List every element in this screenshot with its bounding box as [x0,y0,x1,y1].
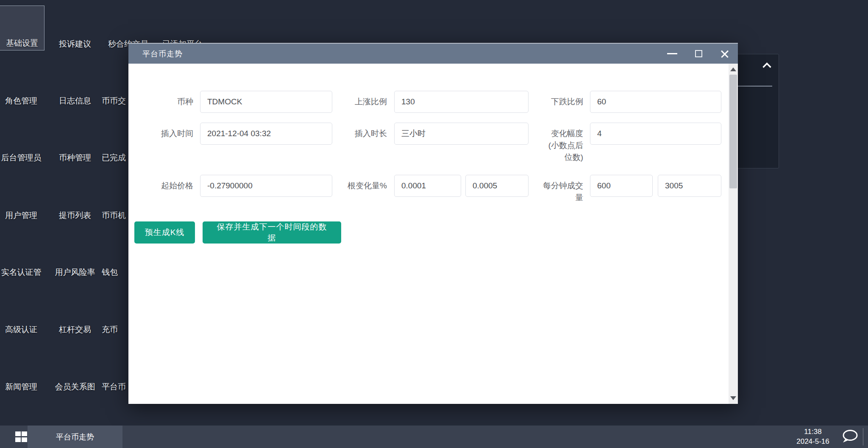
maximize-button[interactable] [685,44,712,64]
clock-date: 2024-5-16 [783,437,843,446]
clock-time: 11:38 [783,427,843,437]
desktop-icon-yiwancheng[interactable]: 已完成 [102,153,126,162]
field-label-volume-per-minute: 每分钟成交 量 [501,180,583,204]
show-desktop-divider[interactable] [863,428,863,445]
field-label-change-amplitude: 变化幅度 (小数点后 位数) [501,128,583,163]
volume-max-input[interactable] [658,175,721,197]
desktop-icon-tibi-liebiao[interactable]: 提币列表 [59,211,91,220]
close-button[interactable] [712,44,738,64]
taskbar-item-platform-coin-trend[interactable]: 平台币走势 [28,426,122,448]
label-line: 量 [575,193,583,202]
desktop-icon-huiyuan-guanxi[interactable]: 会员关系图 [55,382,95,392]
desktop-icon-chongbi[interactable]: 充币 [102,325,118,334]
desktop-icon-yonghu-guanli[interactable]: 用户管理 [5,211,37,220]
label-line: 变化幅度 [551,129,583,138]
taskbar: 平台币走势 11:38 2024-5-16 [0,426,868,448]
field-label-start-price: 起始价格 [128,175,193,197]
desktop-icon-tousu-jianyi[interactable]: 投诉建议 [59,39,91,49]
field-label-fall-ratio: 下跌比例 [501,91,583,113]
desktop-icon-bibi-jiqiren[interactable]: 币币机 [102,211,126,220]
volume-min-input[interactable] [590,175,653,197]
desktop-icon-pingtaibi[interactable]: 平台币 [102,382,126,392]
field-label-insert-duration: 插入时长 [306,123,387,145]
field-label-rise-ratio: 上涨比例 [306,91,387,113]
change-amplitude-input[interactable] [590,123,721,145]
chevron-up-icon[interactable] [762,62,771,71]
notification-chat-icon[interactable] [840,428,860,445]
close-icon [720,49,730,59]
pregenerate-kline-button[interactable]: 预生成K线 [134,221,195,244]
minimize-icon [667,53,677,54]
desktop-icon-xinwen-guanli[interactable]: 新闻管理 [5,382,37,392]
window-title: 平台币走势 [128,49,183,59]
label-line: 每分钟成交 [543,181,583,190]
taskbar-clock[interactable]: 11:38 2024-5-16 [783,427,843,447]
field-label-insert-time: 插入时间 [128,123,193,145]
root-change-min-input[interactable] [394,175,461,197]
desktop-icon-houtai-admin[interactable]: 后台管理员 [1,153,42,162]
desktop-icon-rizhi-xinxi[interactable]: 日志信息 [59,96,91,106]
label-line: 位数) [565,153,583,162]
desktop-icon-shiming-renzheng[interactable]: 实名认证管 [1,268,42,277]
maximize-icon [695,50,702,57]
scroll-down-icon[interactable] [730,396,736,400]
desktop-icon-bibi-jiaoyi[interactable]: 币币交 [102,96,126,106]
desktop-icon-qianbao[interactable]: 钱包 [102,268,118,277]
window-scrollbar[interactable] [729,64,738,404]
fall-ratio-input[interactable] [590,91,721,113]
scrollbar-thumb[interactable] [729,75,737,188]
desktop-icon-gaoji-renzheng[interactable]: 高级认证 [5,325,37,334]
desktop-icon-jichu-sheshi[interactable]: 基础设置 [0,6,45,50]
desktop-icon-bizhong-guanli[interactable]: 币种管理 [59,153,91,162]
desktop-icon-juese-guanli[interactable]: 角色管理 [5,96,37,106]
field-label-root-change: 根变化量% [306,175,387,197]
save-and-generate-next-button[interactable]: 保存并生成下一个时间段的数据 [203,221,341,244]
desktop-icon-ganggan-jiaoyi[interactable]: 杠杆交易 [59,325,91,334]
window-titlebar[interactable]: 平台币走势 [128,43,738,64]
field-label-coin: 币种 [128,91,193,113]
minimize-button[interactable] [659,44,685,64]
platform-coin-trend-window: 平台币走势 币种 上涨比例 下跌比例 插入时间 插入时长 变化幅度 (小数点后 … [128,43,738,404]
desktop-icon-fengxianlv[interactable]: 用户风险率 [55,268,95,277]
window-body: 币种 上涨比例 下跌比例 插入时间 插入时长 变化幅度 (小数点后 位数) 起始… [128,64,738,404]
windows-logo-icon [15,431,28,442]
label-line: (小数点后 [548,141,583,150]
scroll-up-icon[interactable] [730,67,736,71]
desktop-icon-label: 基础设置 [6,39,38,48]
